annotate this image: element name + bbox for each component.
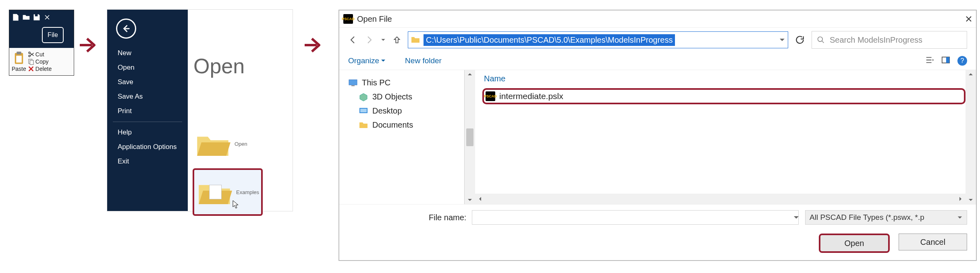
nav-up-icon[interactable] (392, 35, 401, 44)
examples-tile[interactable]: Examples (193, 168, 263, 216)
close-icon[interactable] (965, 16, 972, 22)
backstage-title: Open (193, 54, 245, 78)
file-type-label: All PSCAD File Types (*.pswx, *.p (810, 213, 924, 222)
organize-menu[interactable]: Organize (348, 56, 386, 65)
file-name-input[interactable] (472, 210, 799, 225)
open-file-dialog: PSCAD Open File C:\Users\Public\Document… (338, 10, 977, 261)
nav-label: Documents (372, 120, 413, 130)
nav-forward-icon (364, 35, 374, 45)
sidebar-item-print[interactable]: Print (107, 104, 188, 118)
cancel-button[interactable]: Cancel (899, 234, 967, 250)
nav-desktop[interactable]: Desktop (348, 104, 464, 118)
scissors-icon (28, 51, 34, 58)
preview-pane-icon[interactable] (941, 56, 950, 66)
nav-label: 3D Objects (372, 92, 412, 101)
folder-open-icon (197, 178, 232, 207)
svg-rect-10 (946, 57, 949, 63)
svg-rect-14 (360, 109, 367, 112)
nav-back-icon[interactable] (348, 35, 358, 45)
back-button[interactable] (116, 19, 136, 39)
examples-tile-label: Examples (236, 189, 259, 195)
dialog-footer: File name: All PSCAD File Types (*.pswx,… (339, 204, 976, 260)
file-item-selected[interactable]: PSCAD intermediate.pslx (482, 88, 965, 104)
pc-icon (348, 79, 358, 87)
svg-rect-6 (30, 60, 33, 65)
nav-this-pc[interactable]: This PC (348, 76, 464, 90)
scroll-thumb[interactable] (466, 128, 473, 146)
view-options-icon[interactable] (925, 56, 934, 66)
file-tab[interactable]: File (42, 27, 64, 43)
svg-rect-11 (349, 80, 357, 85)
command-row: Organize New folder ? (339, 52, 976, 70)
sidebar-item-new[interactable]: New (107, 46, 188, 60)
file-type-select[interactable]: All PSCAD File Types (*.pswx, *.p (805, 210, 967, 225)
chevron-up-icon (968, 72, 973, 77)
copy-button[interactable]: Copy (28, 58, 52, 65)
sidebar-item-save-as[interactable]: Save As (107, 89, 188, 104)
open-folder-icon (22, 13, 30, 21)
file-scrollbar[interactable] (965, 70, 976, 204)
refresh-icon[interactable] (795, 35, 805, 45)
nav-row: C:\Users\Public\Documents\PSCAD\5.0\Exam… (339, 28, 976, 52)
desktop-icon (359, 107, 368, 116)
nav-scrollbar[interactable] (465, 70, 475, 204)
cut-button[interactable]: Cut (28, 51, 52, 58)
chevron-left-icon (478, 196, 482, 201)
file-name-label: File name: (429, 213, 466, 222)
new-doc-icon (12, 13, 20, 21)
backstage-main: Open Open Examples (188, 10, 293, 211)
dialog-title: Open File (357, 14, 392, 24)
sidebar-sep (113, 122, 182, 122)
nav-label: This PC (362, 78, 390, 87)
clipboard-icon (13, 51, 25, 65)
paste-label: Paste (12, 66, 26, 72)
file-name: intermediate.pslx (499, 91, 563, 101)
chevron-down-icon (968, 198, 973, 203)
search-icon (817, 36, 825, 44)
organize-label: Organize (348, 56, 379, 65)
chevron-up-icon (467, 72, 472, 77)
file-icon: PSCAD (486, 91, 495, 101)
address-bar[interactable]: C:\Users\Public\Documents\PSCAD\5.0\Exam… (408, 31, 788, 48)
folder-icon (195, 129, 230, 158)
open-tile[interactable]: Open (193, 122, 260, 166)
sidebar-item-app-options[interactable]: Application Options (107, 140, 188, 154)
title-bar: PSCAD Open File (339, 10, 976, 28)
cube-icon (359, 93, 368, 101)
quick-access-toolbar (9, 10, 74, 25)
chevron-down-icon (381, 58, 386, 63)
delete-button[interactable]: Delete (28, 66, 52, 72)
save-icon (33, 13, 41, 21)
ribbon-snippet: File Paste Cut Copy Delete (9, 10, 74, 76)
sidebar-item-save[interactable]: Save (107, 75, 188, 89)
flow-arrow-icon (77, 33, 101, 57)
history-chevron-icon[interactable] (380, 37, 386, 43)
help-button[interactable]: ? (957, 56, 967, 66)
search-box[interactable]: Search ModelsInProgress (812, 31, 967, 49)
column-name[interactable]: Name (475, 70, 965, 85)
chevron-down-icon[interactable] (779, 37, 785, 43)
svg-rect-12 (351, 85, 355, 86)
nav-3d-objects[interactable]: 3D Objects (348, 90, 464, 104)
open-tile-label: Open (235, 141, 247, 147)
open-button[interactable]: Open (819, 234, 890, 253)
sidebar-item-exit[interactable]: Exit (107, 154, 188, 169)
app-badge-icon: PSCAD (343, 14, 353, 24)
new-folder-button[interactable]: New folder (405, 56, 442, 65)
navigation-pane: This PC 3D Objects Desktop Documents (339, 70, 465, 204)
file-h-scrollbar[interactable] (475, 194, 965, 204)
svg-point-8 (818, 37, 823, 42)
cut-label: Cut (35, 51, 44, 58)
backstage-view: New Open Save Save As Print Help Applica… (107, 10, 293, 211)
sidebar-item-open[interactable]: Open (107, 60, 188, 75)
chevron-down-icon[interactable] (793, 214, 799, 221)
sidebar-item-help[interactable]: Help (107, 125, 188, 140)
paste-button[interactable]: Paste (12, 51, 26, 72)
new-folder-label: New folder (405, 56, 442, 65)
chevron-down-icon (467, 198, 472, 203)
svg-rect-7 (210, 185, 222, 199)
nav-label: Desktop (372, 106, 402, 116)
nav-documents[interactable]: Documents (348, 118, 464, 132)
address-path: C:\Users\Public\Documents\PSCAD\5.0\Exam… (424, 34, 675, 46)
flow-arrow-icon (301, 33, 326, 57)
